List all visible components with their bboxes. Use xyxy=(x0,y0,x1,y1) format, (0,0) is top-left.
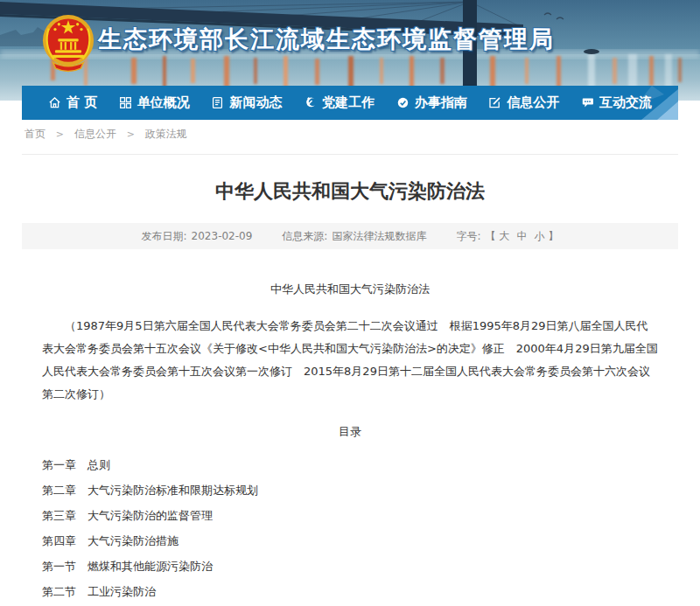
breadcrumb-home-link[interactable]: 首页 xyxy=(24,128,46,140)
nav-label: 新闻动态 xyxy=(229,94,282,111)
check-circle-icon xyxy=(396,96,410,109)
law-preamble: （1987年9月5日第六届全国人民代表大会常务委员会第二十二次会议通过 根据19… xyxy=(42,315,658,406)
national-emblem-icon xyxy=(41,10,95,80)
page-content: 首页 > 信息公开 > 政策法规 中华人民共和国大气污染防治法 发布日期:202… xyxy=(22,101,678,606)
toc-item: 第一节 燃煤和其他能源污染防治 xyxy=(42,554,658,579)
bracket-close: 】 xyxy=(548,230,558,242)
nav-label: 信息公开 xyxy=(507,94,559,111)
font-size-large-button[interactable]: 大 xyxy=(499,230,509,242)
info-source: 信息来源:国家法律法规数据库 xyxy=(282,229,426,244)
toc-item: 第四章 大气污染防治措施 xyxy=(42,528,658,554)
article-body: 中华人民共和国大气污染防治法 （1987年9月5日第六届全国人民代表大会常务委员… xyxy=(22,282,678,606)
nav-label: 办事指南 xyxy=(415,94,467,111)
table-of-contents: 第一章 总则 第二章 大气污染防治标准和限期达标规划 第三章 大气污染防治的监督… xyxy=(42,452,658,606)
toc-item: 第二节 工业污染防治 xyxy=(42,579,658,604)
toc-title: 目录 xyxy=(42,424,658,440)
news-icon xyxy=(211,96,224,109)
nav-item-info[interactable]: 信息公开 xyxy=(488,94,559,111)
chat-bubble-icon xyxy=(581,96,594,109)
article-title: 中华人民共和国大气污染防治法 xyxy=(22,178,678,205)
toc-item: 第三章 大气污染防治的监督管理 xyxy=(42,503,658,528)
publish-date-label: 发布日期: xyxy=(142,230,187,242)
nav-label: 党建工作 xyxy=(322,94,374,111)
nav-label: 单位概况 xyxy=(137,94,190,111)
site-title: 生态环境部长江流域生态环境监督管理局 xyxy=(98,24,555,55)
font-size-medium-button[interactable]: 中 xyxy=(516,230,527,242)
breadcrumb-separator: > xyxy=(127,129,135,140)
bracket-open: 【 xyxy=(485,230,495,242)
article-meta-bar: 发布日期:2023-02-09 信息来源:国家法律法规数据库 字号:【大中小】 xyxy=(22,223,678,249)
nav-item-guide[interactable]: 办事指南 xyxy=(396,94,467,111)
party-emblem-icon xyxy=(304,96,317,109)
publish-date-value: 2023-02-09 xyxy=(192,230,253,242)
info-source-label: 信息来源: xyxy=(282,230,327,242)
nav-item-news[interactable]: 新闻动态 xyxy=(211,94,282,111)
breadcrumb-separator: > xyxy=(56,129,64,140)
edit-box-icon xyxy=(488,96,501,109)
site-banner: 生态环境部长江流域生态环境监督管理局 首 页 单位概况 新闻动态 xyxy=(0,0,700,101)
font-size-control: 字号:【大中小】 xyxy=(456,229,558,244)
info-source-value: 国家法律法规数据库 xyxy=(332,230,426,242)
font-size-small-button[interactable]: 小 xyxy=(534,230,544,242)
toc-item: 第二章 大气污染防治标准和限期达标规划 xyxy=(42,477,658,503)
home-icon xyxy=(48,96,61,109)
main-nav: 首 页 单位概况 新闻动态 党建工作 xyxy=(22,86,678,120)
publish-date: 发布日期:2023-02-09 xyxy=(142,229,253,244)
toc-item: 第一章 总则 xyxy=(42,452,658,477)
breadcrumb-current: 政策法规 xyxy=(145,128,187,140)
nav-item-overview[interactable]: 单位概况 xyxy=(119,94,190,111)
nav-label: 互动交流 xyxy=(599,94,652,111)
grid-icon xyxy=(119,96,132,109)
nav-item-home[interactable]: 首 页 xyxy=(48,94,97,111)
nav-item-party[interactable]: 党建工作 xyxy=(304,94,374,111)
breadcrumb-info-link[interactable]: 信息公开 xyxy=(74,128,116,140)
nav-label: 首 页 xyxy=(66,94,97,111)
law-subtitle: 中华人民共和国大气污染防治法 xyxy=(42,282,658,297)
font-size-label: 字号: xyxy=(456,230,480,242)
nav-item-interact[interactable]: 互动交流 xyxy=(581,94,652,111)
